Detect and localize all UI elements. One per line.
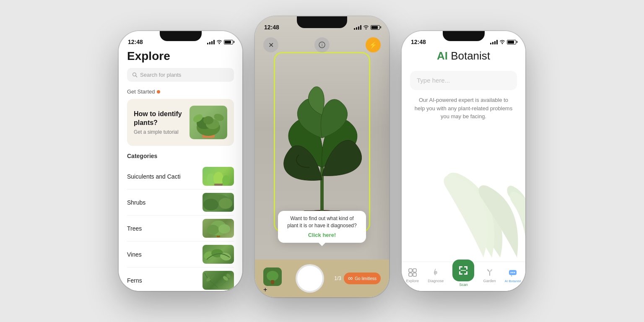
close-button[interactable]: ✕ bbox=[263, 37, 278, 52]
diagnose-tab-label: Diagnose bbox=[428, 279, 444, 283]
category-row-trees[interactable]: Trees bbox=[127, 216, 234, 242]
svg-point-14 bbox=[203, 199, 218, 210]
explore-title: Explore bbox=[127, 49, 234, 63]
svg-rect-38 bbox=[413, 273, 416, 276]
add-photo-btn[interactable]: + bbox=[263, 267, 285, 289]
phone-camera: 12:48 ✕ bbox=[255, 16, 389, 297]
featured-plant-svg bbox=[190, 106, 227, 139]
ai-botanist-title: AI Botanist bbox=[410, 49, 517, 62]
ai-title-prefix: AI bbox=[437, 49, 448, 62]
category-image-succulents bbox=[203, 167, 234, 186]
ai-input-placeholder: Type here... bbox=[417, 77, 450, 84]
infinity-icon: ∞ bbox=[348, 275, 353, 282]
featured-card[interactable]: How to identify plants? Get a simple tut… bbox=[127, 99, 234, 146]
tooltip-cta[interactable]: Click here! bbox=[308, 232, 336, 238]
counter-text: 1/3 bbox=[334, 275, 341, 281]
battery-icon-middle bbox=[371, 25, 380, 30]
svg-text:i: i bbox=[322, 43, 322, 47]
garden-tab-label: Garden bbox=[483, 279, 496, 283]
category-row-shrubs[interactable]: Shrubs bbox=[127, 190, 234, 216]
search-placeholder: Search for plants bbox=[140, 72, 181, 78]
explore-tab-icon bbox=[408, 267, 418, 278]
scan-counter: 1/3 ∞ Go limitless bbox=[334, 273, 381, 284]
ai-title-suffix: Botanist bbox=[448, 49, 490, 62]
svg-point-10 bbox=[213, 172, 223, 185]
wifi-icon-middle bbox=[363, 24, 369, 31]
add-badge: + bbox=[263, 286, 285, 293]
tab-scan[interactable]: Scan bbox=[452, 264, 474, 287]
status-icons-right bbox=[490, 39, 516, 45]
scan-tab-active-btn[interactable] bbox=[452, 260, 474, 281]
time-middle: 12:48 bbox=[264, 24, 279, 31]
screen-ai-botanist: 12:48 bbox=[402, 31, 525, 291]
category-image-vines bbox=[203, 245, 234, 264]
battery-icon-right bbox=[507, 40, 516, 44]
tab-ai-botanist[interactable]: AI Botanist bbox=[505, 268, 521, 283]
svg-point-52 bbox=[514, 272, 515, 273]
info-button[interactable]: i bbox=[314, 37, 330, 52]
decorative-leaves bbox=[416, 140, 525, 266]
camera-bottom-controls: + 1/3 ∞ Go limitless bbox=[255, 260, 389, 297]
category-row-succulents[interactable]: Suiculents and Cacti bbox=[127, 164, 234, 190]
garden-tab-icon bbox=[485, 267, 495, 278]
ai-botanist-tab-icon bbox=[508, 268, 518, 278]
svg-point-50 bbox=[511, 272, 512, 273]
phone-explore: 12:48 Explore bbox=[119, 31, 242, 291]
ai-botanist-tab-label: AI Botanist bbox=[505, 279, 521, 283]
svg-point-33 bbox=[267, 271, 278, 281]
svg-point-15 bbox=[219, 198, 232, 209]
ai-description: Our AI-powered expert is available to he… bbox=[410, 96, 517, 121]
svg-rect-35 bbox=[409, 269, 412, 272]
diagnose-tab-icon bbox=[431, 267, 441, 278]
phones-container: 12:48 Explore bbox=[110, 16, 534, 306]
category-image-trees bbox=[203, 219, 234, 238]
status-icons-left bbox=[207, 39, 233, 45]
category-image-shrubs bbox=[203, 193, 234, 212]
screen-explore: 12:48 Explore bbox=[119, 31, 242, 291]
status-icons-middle bbox=[354, 24, 380, 31]
svg-rect-34 bbox=[271, 280, 274, 284]
tab-garden[interactable]: Garden bbox=[483, 267, 496, 283]
featured-card-title: How to identify plants? bbox=[134, 110, 190, 127]
info-icon: i bbox=[319, 42, 325, 48]
tab-diagnose[interactable]: Diagnose bbox=[428, 267, 444, 283]
mini-plant-thumbnail bbox=[263, 267, 282, 286]
search-bar[interactable]: Search for plants bbox=[127, 68, 234, 82]
explore-content: Explore Search for plants Get Started Ho… bbox=[119, 49, 242, 291]
signal-icon-right bbox=[490, 39, 498, 44]
notch-right bbox=[443, 31, 485, 41]
featured-card-image bbox=[190, 106, 227, 139]
go-limitless-badge[interactable]: ∞ Go limitless bbox=[344, 273, 381, 284]
tab-explore[interactable]: Explore bbox=[406, 267, 419, 283]
categories-label: Categories bbox=[127, 153, 234, 159]
wifi-icon-right bbox=[499, 39, 505, 45]
phone-ai-botanist: 12:48 bbox=[402, 31, 525, 291]
svg-rect-47 bbox=[466, 271, 467, 275]
svg-point-51 bbox=[512, 272, 514, 273]
camera-tooltip: Want to find out what kind of plant it i… bbox=[278, 211, 366, 243]
svg-rect-36 bbox=[413, 269, 416, 272]
shutter-button[interactable] bbox=[296, 264, 324, 293]
battery-icon-left bbox=[224, 40, 233, 44]
tab-bar: Explore Diagnose bbox=[402, 262, 525, 291]
svg-point-19 bbox=[218, 224, 230, 234]
status-bar-middle: 12:48 bbox=[255, 16, 389, 35]
category-row-vines[interactable]: Vines bbox=[127, 242, 234, 267]
explore-tab-label: Explore bbox=[406, 279, 419, 283]
scan-tab-icon bbox=[458, 265, 469, 276]
category-name-shrubs: Shrubs bbox=[127, 199, 145, 206]
ai-input-area[interactable]: Type here... bbox=[410, 71, 517, 90]
scan-tab-label: Scan bbox=[459, 283, 468, 287]
svg-point-11 bbox=[222, 175, 230, 185]
svg-rect-41 bbox=[459, 266, 460, 270]
get-started-label: Get Started bbox=[127, 88, 234, 95]
time-left: 12:48 bbox=[128, 39, 143, 45]
ai-content: AI Botanist Type here... Our AI-powered … bbox=[402, 49, 525, 121]
category-row-ferns[interactable]: Ferns bbox=[127, 267, 234, 291]
category-image-ferns bbox=[203, 271, 234, 290]
flash-button[interactable]: ⚡ bbox=[366, 37, 381, 52]
category-name-trees: Trees bbox=[127, 225, 142, 232]
category-name-vines: Vines bbox=[127, 251, 142, 258]
featured-card-subtitle: Get a simple tutorial bbox=[134, 129, 190, 135]
category-name-ferns: Ferns bbox=[127, 277, 142, 284]
